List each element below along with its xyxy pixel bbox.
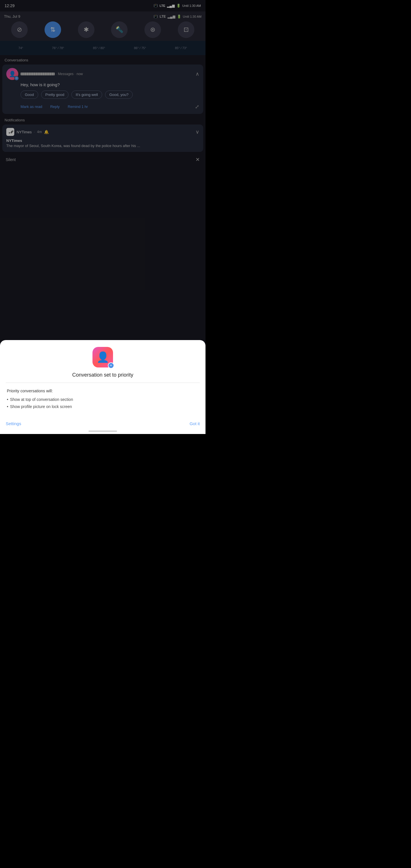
bs-avatar-person-icon: 👤	[96, 351, 109, 363]
bs-divider	[6, 382, 200, 383]
bs-avatar-badge: ✉	[108, 362, 114, 369]
bs-bullet-dot-2: •	[7, 404, 8, 410]
bs-title: Conversation set to priority	[6, 372, 200, 378]
bs-avatar: 👤 ✉	[92, 347, 113, 368]
bs-body-title: Priority conversations will:	[7, 389, 199, 393]
bs-bullet-1: • Show at top of conversation section	[7, 397, 199, 403]
bs-bullet-dot-1: •	[7, 397, 8, 403]
bs-bullet-2: • Show profile picture on lock screen	[7, 404, 199, 410]
bs-avatar-area: 👤 ✉	[6, 347, 200, 368]
bottom-handle	[89, 431, 117, 432]
settings-button[interactable]: Settings	[6, 421, 21, 426]
bottom-sheet: 👤 ✉ Conversation set to priority Priorit…	[0, 340, 205, 434]
bs-bullet-text-1: Show at top of conversation section	[10, 397, 73, 403]
bs-bullet-text-2: Show profile picture on lock screen	[10, 404, 72, 410]
got-it-button[interactable]: Got it	[190, 421, 200, 426]
bs-body: Priority conversations will: • Show at t…	[6, 389, 200, 410]
bs-footer: Settings Got it	[6, 419, 200, 428]
bs-badge-icon: ✉	[110, 364, 112, 367]
